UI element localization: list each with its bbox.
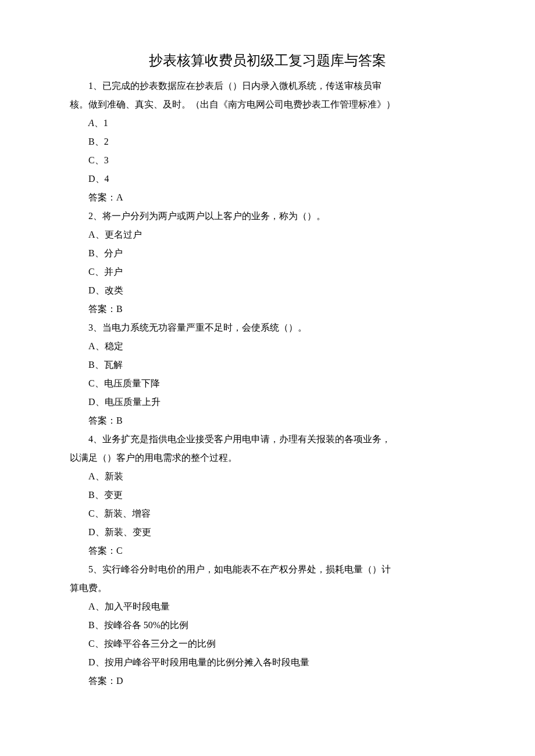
q1-option-b: B、2	[70, 132, 465, 151]
document-page: 抄表核算收费员初级工复习题库与答案 1、已完成的抄表数据应在抄表后（）日内录入微…	[0, 0, 535, 756]
q1-answer: 答案：A	[70, 188, 465, 207]
q1-option-a-prefix: A	[88, 118, 94, 128]
q1-stem-line1: 1、已完成的抄表数据应在抄表后（）日内录入微机系统，传送审核员审	[70, 77, 465, 95]
q1-option-c: C、3	[70, 151, 465, 170]
q3-option-b: B、瓦解	[70, 356, 465, 374]
q4-option-c: C、新装、增容	[70, 504, 465, 523]
q2-option-a: A、更名过户	[70, 225, 465, 244]
q4-option-b: B、变更	[70, 486, 465, 504]
q4-stem-line2: 以满足（）客户的用电需求的整个过程。	[70, 449, 465, 467]
q4-answer: 答案：C	[70, 542, 465, 560]
q2-option-d: D、改类	[70, 281, 465, 300]
q4-option-a: A、新装	[70, 467, 465, 486]
q4-stem-line1: 4、业务扩充是指供电企业接受客户用电申请，办理有关报装的各项业务，	[70, 430, 465, 449]
q2-option-c: C、并户	[70, 263, 465, 281]
q1-stem-line2: 核。做到准确、真实、及时。（出自《南方电网公司电费抄表工作管理标准》）	[70, 95, 465, 114]
page-title: 抄表核算收费员初级工复习题库与答案	[70, 46, 465, 74]
q5-option-b: B、按峰谷各 50%的比例	[70, 616, 465, 635]
q1-option-d: D、4	[70, 170, 465, 188]
q3-answer: 答案：B	[70, 411, 465, 430]
q5-stem-line2: 算电费。	[70, 579, 465, 597]
q2-answer: 答案：B	[70, 300, 465, 318]
q3-option-c: C、电压质量下降	[70, 374, 465, 393]
q4-option-d: D、新装、变更	[70, 523, 465, 542]
q3-option-a: A、稳定	[70, 337, 465, 356]
q3-option-d: D、电压质量上升	[70, 393, 465, 411]
q5-option-a: A、加入平时段电量	[70, 597, 465, 616]
q5-option-d: D、按用户峰谷平时段用电量的比例分摊入各时段电量	[70, 653, 465, 672]
q2-option-b: B、分户	[70, 244, 465, 263]
q5-answer: 答案：D	[70, 672, 465, 690]
q2-stem: 2、将一户分列为两户或两户以上客户的业务，称为（）。	[70, 207, 465, 225]
q5-option-c: C、按峰平谷各三分之一的比例	[70, 635, 465, 653]
q1-option-a-rest: 、1	[94, 118, 108, 128]
q3-stem: 3、当电力系统无功容量严重不足时，会使系统（）。	[70, 318, 465, 337]
q5-stem-line1: 5、实行峰谷分时电价的用户，如电能表不在产权分界处，损耗电量（）计	[70, 560, 465, 579]
q1-option-a: A、1	[70, 114, 465, 132]
